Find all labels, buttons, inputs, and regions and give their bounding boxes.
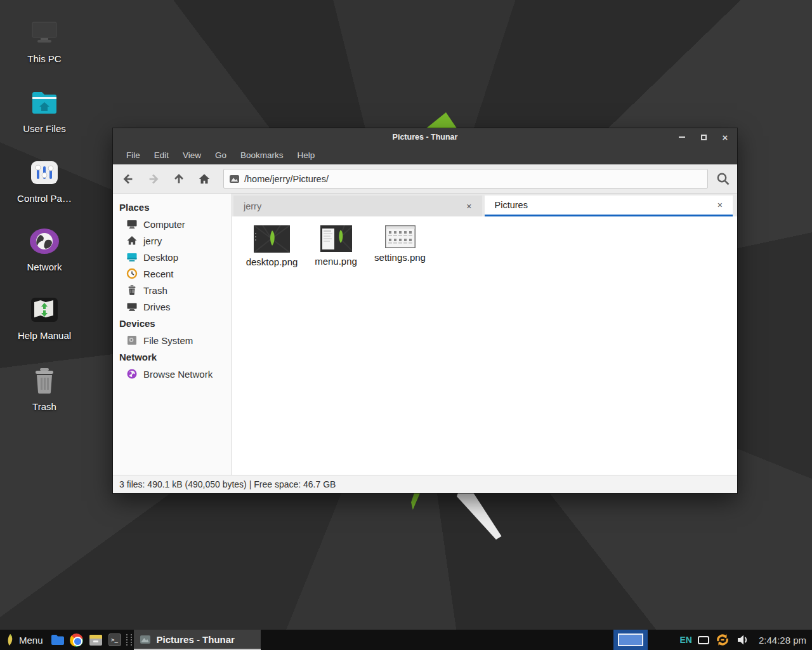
menu-help[interactable]: Help — [291, 146, 322, 164]
tab-label: jerry — [244, 201, 261, 211]
file-menu-png[interactable]: menu.png — [304, 224, 368, 267]
sidebar-item-file-system[interactable]: File System — [113, 332, 232, 348]
desktop-icon-label: User Files — [5, 123, 84, 134]
sidebar-item-label: Drives — [143, 302, 171, 312]
file-manager-launcher[interactable] — [48, 630, 67, 650]
update-refresh-icon[interactable] — [715, 632, 730, 647]
menu-view[interactable]: View — [176, 146, 208, 164]
desktop-icon-trash[interactable]: Trash — [5, 364, 84, 412]
back-button[interactable] — [115, 166, 141, 192]
menu-bookmarks[interactable]: Bookmarks — [233, 146, 291, 164]
drives-icon — [126, 301, 138, 312]
chrome-icon — [70, 633, 83, 647]
terminal-icon: >_ — [108, 633, 121, 646]
search-button[interactable] — [709, 166, 737, 192]
desktop-icon-help-manual[interactable]: Help Manual — [5, 293, 84, 341]
sidebar-item-label: Computer — [143, 219, 185, 230]
file-thumbnail — [320, 225, 352, 252]
file-name: menu.png — [304, 256, 368, 267]
desktop-icon-this-pc[interactable]: This PC — [5, 17, 84, 64]
file-settings-png[interactable]: settings.png — [368, 224, 432, 263]
menu-edit[interactable]: Edit — [147, 146, 176, 164]
desktop-monitor-icon — [126, 251, 138, 263]
desktop-icon-label: Control Pa… — [5, 193, 84, 204]
desktop-icon-user-files[interactable]: User Files — [5, 86, 84, 134]
display-tray-icon[interactable] — [698, 636, 709, 644]
applications-menu-button[interactable]: Menu — [0, 630, 48, 650]
path-bar[interactable]: /home/jerry/Pictures/ — [223, 169, 708, 189]
terminal-launcher[interactable]: >_ — [105, 630, 124, 650]
trash-icon — [126, 284, 138, 296]
main-pane: jerry × Pictures × desktop.png — [232, 194, 737, 475]
sidebar-item-label: Trash — [143, 285, 167, 296]
blue-folder-icon — [51, 634, 65, 646]
file-list[interactable]: desktop.png menu.png — [232, 216, 737, 475]
keyboard-layout-indicator[interactable]: EN — [679, 635, 691, 645]
menu-go[interactable]: Go — [208, 146, 233, 164]
chrome-launcher[interactable] — [67, 630, 86, 650]
file-name: settings.png — [368, 252, 432, 263]
workspace-pager[interactable] — [613, 630, 648, 650]
menu-button-label: Menu — [19, 635, 43, 646]
control-panel-icon — [28, 156, 61, 189]
hard-drive-icon — [126, 335, 138, 346]
forward-button[interactable] — [141, 166, 166, 192]
desktop-icon-label: Help Manual — [5, 330, 84, 341]
menubar: File Edit View Go Bookmarks Help — [113, 146, 737, 164]
taskbar-window-button[interactable]: Pictures - Thunar — [134, 630, 261, 650]
status-text: 3 files: 490.1 kB (490,050 bytes) | Free… — [119, 479, 336, 489]
home-folder-icon — [28, 86, 61, 119]
sidebar-item-computer[interactable]: Computer — [113, 216, 232, 232]
tab-pictures[interactable]: Pictures × — [485, 196, 733, 216]
taskbar-window-label: Pictures - Thunar — [157, 634, 235, 645]
sidebar-item-recent[interactable]: Recent — [113, 265, 232, 282]
active-workspace-indicator — [618, 633, 643, 646]
volume-icon[interactable] — [736, 633, 750, 646]
desktop-icon-label: Trash — [5, 401, 84, 412]
archive-manager-launcher[interactable] — [86, 630, 105, 650]
sidebar-item-desktop[interactable]: Desktop — [113, 249, 232, 265]
menu-file[interactable]: File — [119, 146, 147, 164]
sidebar-item-trash[interactable]: Trash — [113, 282, 232, 298]
file-name: desktop.png — [240, 256, 304, 267]
maximize-button[interactable] — [699, 133, 708, 142]
recent-clock-icon — [126, 268, 138, 279]
thunar-window: Pictures - Thunar × File Edit View Go Bo… — [113, 128, 737, 493]
desktop-icon-network[interactable]: Network — [5, 225, 84, 272]
desktop-icon-label: This PC — [5, 53, 84, 64]
wallpaper-leaf-tip — [426, 112, 457, 128]
taskbar-clock[interactable]: 2:44:28 pm — [759, 635, 812, 646]
window-image-icon — [140, 635, 150, 644]
close-button[interactable]: × — [721, 133, 730, 142]
tab-jerry[interactable]: jerry × — [233, 196, 482, 216]
status-bar: 3 files: 490.1 kB (490,050 bytes) | Free… — [113, 475, 737, 493]
trash-can-icon — [28, 364, 61, 397]
window-titlebar[interactable]: Pictures - Thunar × — [113, 128, 737, 146]
tab-close-icon[interactable]: × — [717, 200, 723, 210]
minimize-button[interactable] — [678, 133, 686, 142]
computer-icon — [126, 218, 138, 230]
sidebar-item-label: Recent — [143, 269, 174, 279]
home-icon — [126, 235, 138, 246]
window-controls: × — [678, 128, 730, 146]
desktop-icon-control-panel[interactable]: Control Pa… — [5, 156, 84, 204]
sidebar: Places Computer jerry Desktop — [113, 194, 232, 475]
path-text: /home/jerry/Pictures/ — [244, 174, 329, 184]
tab-label: Pictures — [495, 200, 528, 210]
panel-drag-handle[interactable] — [126, 634, 132, 646]
taskbar: Menu >_ Pictures - Thunar EN — [0, 630, 812, 650]
system-tray: EN 2:44:28 pm — [679, 632, 812, 647]
menu-leaf-icon — [5, 633, 14, 646]
sidebar-item-jerry-home[interactable]: jerry — [113, 232, 232, 249]
home-button[interactable] — [192, 166, 217, 192]
toolbar: /home/jerry/Pictures/ — [113, 164, 737, 194]
sidebar-item-browse-network[interactable]: Browse Network — [113, 366, 232, 382]
file-thumbnail — [385, 225, 416, 248]
up-button[interactable] — [166, 166, 192, 192]
file-desktop-png[interactable]: desktop.png — [240, 224, 304, 267]
image-icon — [230, 175, 239, 183]
tab-close-icon[interactable]: × — [466, 201, 471, 211]
sidebar-item-drives[interactable]: Drives — [113, 298, 232, 315]
file-thumbnail — [254, 225, 290, 253]
computer-monitor-icon — [28, 17, 61, 50]
